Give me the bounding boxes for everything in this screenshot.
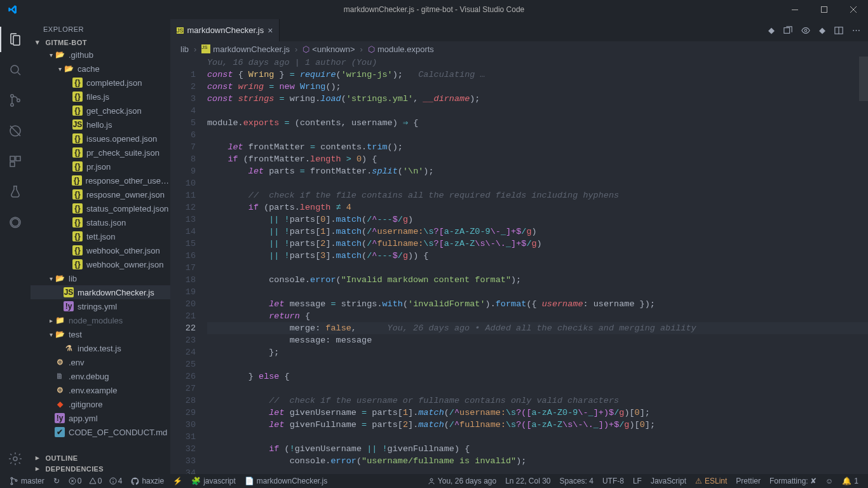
- sb-blame[interactable]: You, 26 days ago: [423, 474, 501, 488]
- code-editor[interactable]: 1234567891011121314151617181920212223242…: [170, 57, 868, 474]
- tree-file[interactable]: {}status_completed.json: [31, 201, 170, 215]
- code-line[interactable]: message: message: [207, 334, 868, 346]
- code-line[interactable]: const { Wring } = require('wring-js'); C…: [207, 69, 868, 81]
- code-line[interactable]: [207, 262, 868, 274]
- sb-eslint[interactable]: ⚠ ESLint: [691, 474, 731, 488]
- sb-feedback[interactable]: ☺: [821, 474, 837, 488]
- tree-file[interactable]: {}response_other_user…: [31, 173, 170, 187]
- sb-path[interactable]: 📄 markdownChecker.js: [240, 474, 332, 488]
- open-changes-icon[interactable]: [783, 26, 792, 35]
- tree-file[interactable]: ⚙.env.example: [31, 383, 170, 397]
- breadcrumb-part[interactable]: lib: [180, 44, 189, 54]
- activity-extensions[interactable]: [0, 146, 31, 177]
- window-close-button[interactable]: [839, 0, 868, 19]
- code-line[interactable]: };: [207, 346, 868, 358]
- code-line[interactable]: [207, 286, 868, 298]
- sb-sync[interactable]: ↻: [49, 474, 64, 488]
- tree-file[interactable]: {}pr.json: [31, 159, 170, 173]
- tree-file[interactable]: {}files.js: [31, 90, 170, 104]
- code-line[interactable]: || !parts[1].match(/^username:\s?[a-zA-Z…: [207, 226, 868, 238]
- more-actions-icon[interactable]: ⋯: [852, 25, 860, 35]
- sb-prettier[interactable]: Prettier: [731, 474, 765, 488]
- code-line[interactable]: // check if the file contains all the re…: [207, 189, 868, 201]
- tab-markdownchecker[interactable]: JS markdownChecker.js ×: [170, 19, 280, 41]
- minimap[interactable]: [859, 57, 868, 474]
- breadcrumb-part[interactable]: <unknown>: [312, 44, 355, 54]
- code-line[interactable]: console.error("Invalid markdown content …: [207, 274, 868, 286]
- tree-folder[interactable]: ▾📂test: [31, 327, 170, 341]
- code-line[interactable]: console.error("username/fullname is inva…: [207, 455, 868, 467]
- tree-file[interactable]: {}webhook_other.json: [31, 243, 170, 257]
- code-line[interactable]: return {: [207, 310, 868, 322]
- tree-folder[interactable]: ▸📁node_modules: [31, 313, 170, 327]
- activity-debug[interactable]: [0, 116, 31, 146]
- sb-encoding[interactable]: UTF-8: [598, 474, 628, 488]
- code-line[interactable]: [207, 358, 868, 370]
- code-line[interactable]: [207, 467, 868, 474]
- tree-file[interactable]: ⚗index.test.js: [31, 341, 170, 355]
- tree-file[interactable]: {}webhook_owner.json: [31, 257, 170, 271]
- tree-file[interactable]: {}get_check.json: [31, 104, 170, 118]
- activity-settings[interactable]: [0, 444, 31, 474]
- breadcrumb-part[interactable]: module.exports: [377, 44, 434, 54]
- sb-language[interactable]: JavaScript: [646, 474, 691, 488]
- preview-icon[interactable]: [801, 26, 810, 35]
- code-line[interactable]: if (frontMatter.length > 0) {: [207, 153, 868, 165]
- breadcrumbs[interactable]: lib › JS markdownChecker.js › ⬡ <unknown…: [170, 41, 868, 57]
- window-minimize-button[interactable]: [780, 0, 810, 19]
- minimap-slider[interactable]: [859, 57, 868, 101]
- tree-file[interactable]: ◆.gitignore: [31, 397, 170, 411]
- sb-eol[interactable]: LF: [628, 474, 646, 488]
- code-line[interactable]: module.exports = (contents, username) ⇒ …: [207, 117, 868, 129]
- sb-notifications[interactable]: 🔔1: [837, 474, 863, 488]
- code-line[interactable]: || !parts[2].match(/^fullname:\s?[a-zA-Z…: [207, 238, 868, 250]
- outline-section[interactable]: ▸ OUTLINE: [31, 452, 170, 463]
- tree-file[interactable]: {}completed.json: [31, 76, 170, 90]
- code-line[interactable]: [207, 177, 868, 189]
- tree-folder[interactable]: ▾📂cache: [31, 62, 170, 76]
- code-line[interactable]: const wring = new Wring();: [207, 81, 868, 93]
- code-line[interactable]: let frontMatter = contents.trim();: [207, 141, 868, 153]
- code-line[interactable]: // check if the username or fullname con…: [207, 395, 868, 407]
- window-maximize-button[interactable]: [810, 0, 839, 19]
- tree-file[interactable]: ✔CODE_OF_CONDUCT.md: [31, 425, 170, 439]
- code-line[interactable]: let givenFullname = parts[2].match(/^ful…: [207, 419, 868, 431]
- code-line[interactable]: } else {: [207, 370, 868, 383]
- code-line[interactable]: let message = strings.with('invalidForma…: [207, 298, 868, 310]
- tree-folder[interactable]: ▾📂lib: [31, 271, 170, 285]
- breadcrumb-part[interactable]: markdownChecker.js: [213, 44, 290, 54]
- tree-file[interactable]: {}resposne_owner.json: [31, 187, 170, 201]
- code-line[interactable]: [207, 383, 868, 395]
- tree-file[interactable]: ⚙.env: [31, 355, 170, 369]
- activity-source-control[interactable]: [0, 85, 31, 116]
- sb-formatting[interactable]: Formatting: ✘: [765, 474, 821, 488]
- tree-folder[interactable]: ▾📂.github: [31, 48, 170, 62]
- tree-file[interactable]: !ystrings.yml: [31, 299, 170, 313]
- project-header[interactable]: ▾ GITME-BOT: [31, 37, 170, 48]
- dependencies-section[interactable]: ▸ DEPENDENCIES: [31, 463, 170, 474]
- activity-test[interactable]: [0, 177, 31, 207]
- code-line[interactable]: merge: false, You, 26 days ago • Added a…: [207, 322, 868, 334]
- tree-file[interactable]: JShello.js: [31, 118, 170, 132]
- activity-search[interactable]: [0, 55, 31, 85]
- sb-github-user[interactable]: haxzie: [126, 474, 168, 488]
- code-line[interactable]: if (!givenUsername || !givenFullname) {: [207, 443, 868, 455]
- sb-position[interactable]: Ln 22, Col 30: [501, 474, 555, 488]
- tree-file[interactable]: {}pr_check_suite.json: [31, 146, 170, 159]
- activity-explorer[interactable]: [0, 24, 31, 55]
- tree-file[interactable]: {}issues.opened.json: [31, 132, 170, 146]
- run-icon[interactable]: ◆: [819, 25, 825, 35]
- code-line[interactable]: [207, 431, 868, 443]
- compare-icon[interactable]: ◆: [768, 25, 775, 35]
- tree-file[interactable]: JSmarkdownChecker.js: [31, 285, 170, 299]
- code-line[interactable]: if (parts.length ≠ 4: [207, 201, 868, 214]
- code-line[interactable]: [207, 105, 868, 117]
- tab-close-icon[interactable]: ×: [268, 25, 273, 36]
- sb-spaces[interactable]: Spaces: 4: [555, 474, 598, 488]
- tree-file[interactable]: {}status.json: [31, 215, 170, 229]
- code-line[interactable]: [207, 129, 868, 141]
- code-lines[interactable]: You, 16 days ago | 1 author (You)const {…: [207, 57, 868, 474]
- code-line[interactable]: const strings = wring.load('strings.yml'…: [207, 93, 868, 105]
- code-line[interactable]: || !parts[0].match(/^---$/g): [207, 214, 868, 226]
- sb-problems[interactable]: 0 0 4: [64, 474, 127, 488]
